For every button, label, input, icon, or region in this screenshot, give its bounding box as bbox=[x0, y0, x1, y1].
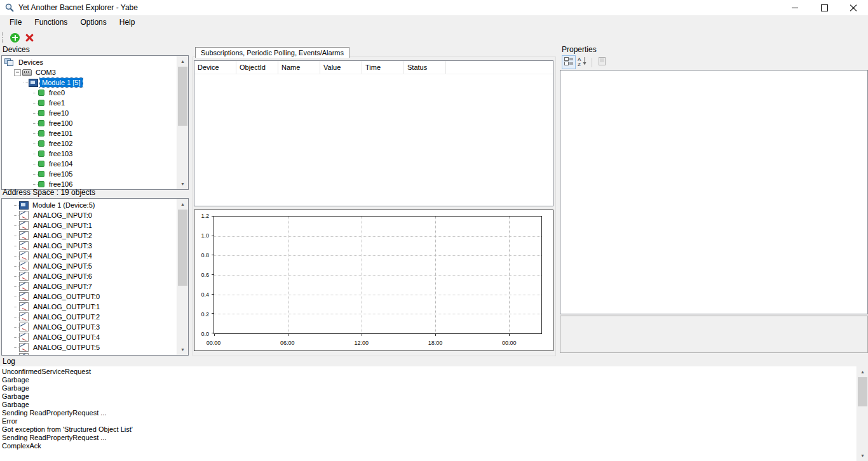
close-button[interactable] bbox=[839, 0, 868, 15]
title-bar: Yet Another Bacnet Explorer - Yabe bbox=[0, 0, 868, 15]
tree-row[interactable]: Devices bbox=[2, 57, 177, 67]
tree-row[interactable]: ANALOG_OUTPUT:3 bbox=[2, 322, 177, 332]
tree-row[interactable]: free101 bbox=[2, 128, 177, 138]
y-tick-label: 1.0 bbox=[201, 232, 209, 239]
tree-row[interactable]: ANALOG_OUTPUT:4 bbox=[2, 332, 177, 342]
tree-row[interactable]: free102 bbox=[2, 138, 177, 149]
tree-row[interactable]: ANALOG_OUTPUT:6 bbox=[2, 352, 177, 355]
tree-row[interactable]: ANALOG_INPUT:3 bbox=[2, 241, 177, 251]
tree-row[interactable]: ANALOG_INPUT:0 bbox=[2, 210, 177, 220]
tree-row[interactable]: free0 bbox=[2, 88, 177, 98]
y-tick-label: 0.2 bbox=[201, 311, 209, 317]
log-line: Error bbox=[2, 417, 859, 425]
menu-item-file[interactable]: File bbox=[3, 15, 28, 29]
tree-connector bbox=[33, 103, 37, 104]
tree-item-label: ANALOG_INPUT:3 bbox=[31, 241, 94, 250]
minimize-button[interactable] bbox=[780, 0, 810, 15]
tree-item-label: ANALOG_OUTPUT:3 bbox=[31, 323, 102, 331]
tree-connector bbox=[14, 215, 18, 216]
column-header-name[interactable]: Name bbox=[278, 61, 320, 74]
tree-connector bbox=[33, 144, 37, 144]
alphabetical-sort-button[interactable]: A Z bbox=[576, 56, 588, 69]
tree-row[interactable]: ANALOG_INPUT:4 bbox=[2, 251, 177, 261]
tree-row[interactable]: ANALOG_INPUT:6 bbox=[2, 271, 177, 281]
subscriptions-list[interactable]: DeviceObjectIdNameValueTimeStatus bbox=[194, 60, 553, 206]
analog-icon bbox=[19, 282, 29, 291]
menu-item-help[interactable]: Help bbox=[113, 15, 142, 29]
tree-row[interactable]: Module 1 [5] bbox=[2, 77, 177, 88]
tree-item-label: Devices bbox=[17, 58, 45, 67]
free-icon bbox=[38, 181, 44, 187]
address-space-scrollbar[interactable]: ▲ ▼ bbox=[177, 199, 188, 355]
scroll-down-icon[interactable]: ▼ bbox=[177, 344, 188, 355]
tree-row[interactable]: ANALOG_OUTPUT:1 bbox=[2, 302, 177, 312]
tree-connector bbox=[24, 83, 28, 83]
address-tree-body: Module 1 (Device:5)ANALOG_INPUT:0ANALOG_… bbox=[2, 199, 177, 355]
categorized-button[interactable] bbox=[562, 55, 576, 69]
horizontal-gridline bbox=[214, 295, 541, 295]
address-space-tree-panel: Module 1 (Device:5)ANALOG_INPUT:0ANALOG_… bbox=[1, 198, 189, 356]
column-header-time[interactable]: Time bbox=[362, 61, 404, 74]
scroll-up-icon[interactable]: ▲ bbox=[177, 199, 188, 210]
property-grid[interactable] bbox=[560, 70, 868, 314]
app-icon bbox=[4, 3, 15, 13]
com-port-icon bbox=[22, 69, 32, 76]
tab-subscriptions[interactable]: Subscriptions, Periodic Polling, Events/… bbox=[195, 47, 349, 58]
scrollbar-thumb[interactable] bbox=[858, 377, 867, 406]
tree-row[interactable]: free105 bbox=[2, 169, 177, 179]
scroll-up-icon[interactable]: ▲ bbox=[857, 366, 868, 377]
scrollbar-thumb[interactable] bbox=[178, 67, 187, 126]
tree-item-label: ANALOG_INPUT:0 bbox=[31, 211, 94, 220]
tree-row[interactable]: free10 bbox=[2, 108, 177, 118]
free-icon bbox=[38, 171, 44, 177]
scroll-down-icon[interactable]: ▼ bbox=[177, 178, 188, 189]
column-header-device[interactable]: Device bbox=[194, 61, 236, 74]
properties-panel-label: Properties bbox=[562, 45, 597, 54]
tree-row[interactable]: free104 bbox=[2, 159, 177, 169]
tree-row[interactable]: ANALOG_INPUT:2 bbox=[2, 230, 177, 241]
collapse-minus-icon[interactable] bbox=[14, 69, 21, 76]
menu-item-functions[interactable]: Functions bbox=[28, 15, 74, 29]
menu-item-options[interactable]: Options bbox=[74, 15, 112, 29]
tree-row[interactable]: ANALOG_INPUT:1 bbox=[2, 220, 177, 230]
vertical-gridline bbox=[362, 217, 362, 333]
tree-item-label: ANALOG_INPUT:4 bbox=[31, 251, 94, 260]
devices-scrollbar[interactable]: ▲ ▼ bbox=[177, 56, 188, 189]
tree-row[interactable]: free103 bbox=[2, 149, 177, 159]
tree-row[interactable]: ANALOG_INPUT:7 bbox=[2, 281, 177, 291]
add-device-button[interactable] bbox=[8, 30, 22, 44]
log-line: ComplexAck bbox=[2, 442, 859, 450]
tree-connector bbox=[14, 337, 18, 338]
tree-row[interactable]: free100 bbox=[2, 118, 177, 128]
column-header-objectid[interactable]: ObjectId bbox=[236, 61, 278, 74]
tree-row[interactable]: Module 1 (Device:5) bbox=[2, 200, 177, 210]
tree-row[interactable]: ANALOG_INPUT:5 bbox=[2, 261, 177, 271]
tree-row[interactable]: COM3 bbox=[2, 67, 177, 77]
scroll-down-icon[interactable]: ▼ bbox=[857, 450, 868, 461]
property-pages-button[interactable] bbox=[595, 56, 608, 69]
tree-row[interactable]: ANALOG_OUTPUT:0 bbox=[2, 291, 177, 302]
tree-connector bbox=[33, 154, 37, 154]
analog-icon bbox=[19, 312, 29, 321]
tree-row[interactable]: free1 bbox=[2, 98, 177, 108]
x-tick-label: 00:00 bbox=[207, 340, 221, 346]
scrollbar-thumb[interactable] bbox=[178, 210, 187, 286]
horizontal-gridline bbox=[214, 255, 541, 256]
scroll-up-icon[interactable]: ▲ bbox=[177, 56, 188, 67]
column-header-value[interactable]: Value bbox=[320, 61, 362, 74]
x-tick-mark bbox=[362, 334, 362, 336]
y-tick-mark bbox=[212, 294, 214, 295]
chart-x-axis: 00:0006:0012:0018:0000:00 bbox=[214, 340, 542, 347]
analog-icon bbox=[19, 292, 29, 301]
column-header-status[interactable]: Status bbox=[404, 61, 446, 74]
free-icon bbox=[38, 110, 44, 116]
delete-device-button[interactable] bbox=[22, 30, 37, 44]
vertical-gridline bbox=[509, 217, 510, 333]
chart-plot bbox=[214, 216, 542, 334]
tree-row[interactable]: ANALOG_OUTPUT:2 bbox=[2, 312, 177, 322]
log-scrollbar[interactable]: ▲ ▼ bbox=[857, 366, 868, 461]
maximize-button[interactable] bbox=[810, 0, 839, 15]
tree-row[interactable]: ANALOG_OUTPUT:5 bbox=[2, 342, 177, 352]
tree-connector bbox=[33, 133, 37, 134]
tree-connector bbox=[14, 307, 18, 307]
